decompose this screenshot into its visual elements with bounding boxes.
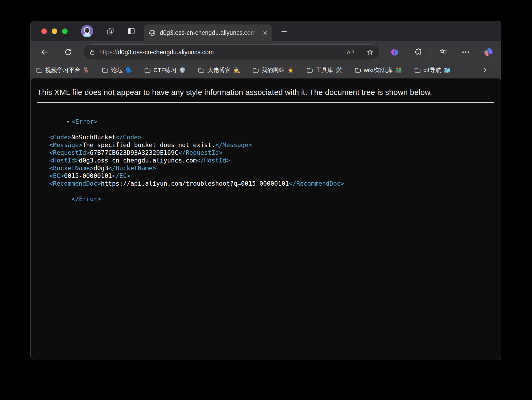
navigation-toolbar: https://d0g3.oss-cn-chengdu.aliyuncs.com… <box>31 41 501 63</box>
url-scheme: https:// <box>99 49 118 56</box>
bookmark-emoji: 🛠️ <box>335 67 342 73</box>
bookmark-emoji: 🦌 <box>83 67 90 73</box>
favorite-star-button[interactable] <box>366 49 374 56</box>
bookmark-emoji: 👬 <box>395 67 402 73</box>
workspaces-button[interactable] <box>106 27 114 35</box>
copilot-button[interactable] <box>484 48 493 57</box>
xml-open-tag: <Error> <box>72 118 97 125</box>
bookmark-label: 论坛 <box>111 66 123 74</box>
xml-element-line: <RecommendDoc>https://api.aliyun.com/tro… <box>37 180 501 188</box>
tab-title: d0g3.oss-cn-chengdu.aliyuncs.com <box>160 29 262 36</box>
folder-icon <box>102 67 109 74</box>
bookmark-folder-item[interactable]: 工具库 🛠️ <box>306 66 342 74</box>
folder-icon <box>36 67 43 74</box>
settings-menu-button[interactable] <box>461 48 470 56</box>
tab-close-icon[interactable] <box>262 30 268 36</box>
bookmark-emoji: 🗺️ <box>444 67 451 73</box>
notice-divider <box>37 102 494 103</box>
bookmark-folder-item[interactable]: 视频学习平台 🦌 <box>36 66 90 74</box>
bookmarks-overflow-chevron[interactable] <box>481 67 488 74</box>
bookmark-label: 大佬博客 <box>207 66 231 74</box>
puzzle-piece-icon <box>414 48 423 56</box>
xml-children: <Code>NoSuchBucket</Code><Message>The sp… <box>37 134 501 188</box>
tab-strip: d0g3.oss-cn-chengdu.aliyuncs.com <box>31 21 501 41</box>
active-tab[interactable]: d0g3.oss-cn-chengdu.aliyuncs.com <box>144 24 272 41</box>
bookmark-folder-item[interactable]: 大佬博客 🕵️ <box>198 66 240 74</box>
back-button[interactable] <box>40 48 49 56</box>
xml-element-line: <RequestId>67B77CB623D93A32320E169C</Req… <box>37 149 501 157</box>
xml-tree: ▼<Error> <Code>NoSuchBucket</Code><Messa… <box>37 110 501 211</box>
xml-element-line: <Message>The specified bucket does not e… <box>37 141 501 149</box>
ellipsis-icon <box>461 48 470 56</box>
xml-root-close-line: </Error> <box>37 188 501 211</box>
svg-text:A: A <box>347 49 350 55</box>
stacked-squares-icon <box>106 27 114 35</box>
xml-root-open-line: ▼<Error> <box>37 110 501 134</box>
window-minimize-button[interactable] <box>52 28 57 34</box>
folder-icon <box>354 67 361 74</box>
bookmark-folder-item[interactable]: wiki/知识库 👬 <box>354 66 402 74</box>
folder-icon <box>252 67 259 74</box>
read-aloud-button[interactable]: A <box>347 49 354 56</box>
url-host: d0g3.oss-cn-chengdu.aliyuncs.com <box>118 49 214 56</box>
window-close-button[interactable] <box>41 28 47 34</box>
bookmark-folder-item[interactable]: 我的网站 🤵 <box>252 66 294 74</box>
browser-window: d0g3.oss-cn-chengdu.aliyuncs.com https:/… <box>31 21 501 360</box>
bookmark-emoji: 🛡️ <box>179 67 186 73</box>
sidebar-layout-icon <box>127 27 135 35</box>
toolbar-divider <box>431 47 431 57</box>
lock-icon[interactable] <box>89 49 96 56</box>
bookmark-label: 工具库 <box>316 66 333 74</box>
bookmarks-bar: 视频学习平台 🦌 论坛 🗣️ CTF练习 🛡️ <box>31 63 501 78</box>
url-text: https://d0g3.oss-cn-chengdu.aliyuncs.com <box>99 49 214 56</box>
traffic-lights <box>41 28 68 34</box>
copilot-icon <box>484 48 493 57</box>
folder-icon <box>144 67 151 74</box>
astronaut-avatar-icon <box>81 25 93 37</box>
refresh-button[interactable] <box>64 48 72 56</box>
xml-element-line: <BucketName>d0g3</BucketName> <box>37 164 501 172</box>
bookmark-emoji: 🕵️ <box>233 67 240 73</box>
page-content: This XML file does not appear to have an… <box>31 78 501 360</box>
urlbar-actions: A <box>347 49 374 56</box>
xml-style-notice: This XML file does not appear to have an… <box>37 88 494 97</box>
bookmark-label: 我的网站 <box>261 66 285 74</box>
bookmark-label: 视频学习平台 <box>45 66 80 74</box>
globe-favicon <box>149 29 156 36</box>
bookmark-folder-item[interactable]: 论坛 🗣️ <box>102 66 132 74</box>
bookmark-emoji: 🤵 <box>287 67 294 73</box>
new-tab-button[interactable] <box>280 28 288 35</box>
vertical-tabs-button[interactable] <box>127 27 135 35</box>
window-zoom-button[interactable] <box>62 28 68 34</box>
xml-close-tag: </Error> <box>72 195 101 202</box>
bookmark-label: ctf导航 <box>423 66 441 74</box>
bookmark-emoji: 🗣️ <box>125 67 132 73</box>
bookmark-folder-item[interactable]: CTF练习 🛡️ <box>144 66 186 74</box>
bookmark-label: wiki/知识库 <box>364 66 393 74</box>
collapse-arrow[interactable]: ▼ <box>67 118 72 126</box>
bookmarks-list: 视频学习平台 🦌 论坛 🗣️ CTF练习 🛡️ <box>36 66 451 74</box>
star-list-icon <box>439 48 448 55</box>
address-bar[interactable]: https://d0g3.oss-cn-chengdu.aliyuncs.com… <box>83 44 380 60</box>
bookmark-folder-item[interactable]: ctf导航 🗺️ <box>414 66 451 74</box>
folder-icon <box>306 67 313 74</box>
extension-brain-button[interactable] <box>390 48 399 56</box>
bookmark-label: CTF练习 <box>153 66 177 74</box>
folder-icon <box>414 67 421 74</box>
xml-element-line: <Code>NoSuchBucket</Code> <box>37 134 501 141</box>
xml-element-line: <EC>0015-00000101</EC> <box>37 172 501 180</box>
extensions-button[interactable] <box>414 48 423 56</box>
profile-avatar-button[interactable] <box>81 25 93 37</box>
brain-icon <box>390 48 399 56</box>
folder-icon <box>198 67 205 74</box>
xml-element-line: <HostId>d0g3.oss-cn-chengdu.aliyuncs.com… <box>37 157 501 164</box>
favorites-collections-button[interactable] <box>439 48 448 56</box>
